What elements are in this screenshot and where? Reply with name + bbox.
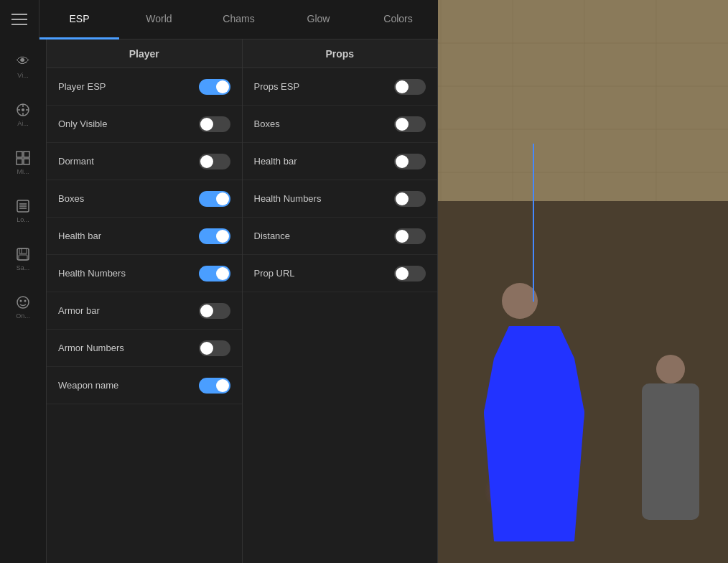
svg-rect-17 (24, 152, 29, 157)
sidebar-item-misc[interactable]: Mi... (1, 139, 45, 186)
player-health-numbers-label: Health Numbers (58, 268, 126, 279)
esp-line (533, 144, 534, 302)
weapon-name-label: Weapon name (58, 380, 118, 391)
sidebar-label-other: On... (16, 313, 30, 320)
props-health-numbers-label: Health Numbers (254, 193, 322, 204)
sidebar-label-logs: Lo... (17, 217, 29, 224)
sidebar-label-aim: Ai... (17, 121, 29, 128)
player-esp-label: Player ESP (58, 81, 106, 92)
props-health-numbers-row: Health Numbers (243, 180, 438, 218)
sidebar-item-aim[interactable]: Ai... (1, 91, 45, 138)
player-panel: Player Player ESP Only Visible (47, 39, 243, 563)
weapon-name-row: Weapon name (47, 367, 242, 404)
armor-bar-row: Armor bar (47, 292, 242, 330)
player-esp-toggle[interactable] (199, 79, 230, 95)
tab-esp[interactable]: ESP (39, 0, 119, 39)
only-visible-label: Only Visible (58, 118, 107, 129)
player-health-bar-toggle[interactable] (199, 228, 230, 244)
tab-chams[interactable]: Chams (199, 0, 279, 39)
svg-point-29 (20, 299, 22, 302)
save-icon (15, 246, 31, 262)
svg-rect-18 (17, 159, 22, 164)
dormant-toggle[interactable] (199, 154, 230, 169)
player-health-bar-label: Health bar (58, 231, 101, 241)
player-health-numbers-row: Health Numbers (47, 255, 242, 292)
enemy-head (656, 355, 685, 383)
player-silhouette (470, 312, 599, 541)
player-health-numbers-toggle[interactable] (199, 266, 230, 282)
tab-world[interactable]: World (119, 0, 199, 39)
weapon-name-knob (216, 379, 229, 392)
sidebar-label-save: Sa... (17, 265, 30, 272)
tab-bar: ESP World Chams Glow Colors (0, 0, 438, 39)
dormant-knob (200, 155, 213, 168)
only-visible-row: Only Visible (47, 106, 242, 143)
sidebar-item-logs[interactable]: Lo... (1, 187, 45, 234)
hamburger-line-1 (11, 14, 27, 15)
props-boxes-label: Boxes (254, 118, 280, 129)
weapon-name-toggle[interactable] (199, 378, 230, 394)
player-esp-knob (216, 80, 229, 93)
svg-point-28 (17, 297, 29, 308)
hamburger-line-3 (11, 24, 27, 25)
props-esp-toggle[interactable] (394, 79, 426, 95)
player-health-bar-knob (216, 230, 229, 243)
aim-icon (15, 102, 31, 118)
player-boxes-label: Boxes (58, 193, 84, 204)
armor-numbers-row: Armor Numbers (47, 330, 242, 367)
tab-colors[interactable]: Colors (358, 0, 438, 39)
main-content: 👁 Vi... Ai... (0, 39, 438, 563)
tab-glow[interactable]: Glow (279, 0, 358, 39)
player-panel-content: Player ESP Only Visible Do (47, 68, 242, 563)
props-health-bar-row: Health bar (243, 143, 438, 180)
sidebar-label-visible: Vi... (17, 73, 28, 80)
props-esp-knob (396, 80, 409, 93)
only-visible-knob (200, 118, 213, 131)
enemy-body (642, 383, 699, 520)
distance-row: Distance (243, 218, 438, 255)
hamburger-button[interactable] (0, 0, 39, 39)
player-boxes-row: Boxes (47, 180, 242, 218)
dormant-label: Dormant (58, 156, 94, 167)
props-health-numbers-toggle[interactable] (394, 191, 426, 207)
prop-url-row: Prop URL (243, 255, 438, 292)
player-boxes-knob (216, 192, 229, 205)
svg-rect-19 (24, 159, 29, 164)
armor-bar-toggle[interactable] (199, 303, 230, 319)
svg-point-30 (24, 299, 27, 302)
player-panel-header: Player (47, 39, 242, 68)
props-boxes-toggle[interactable] (394, 116, 426, 132)
only-visible-toggle[interactable] (199, 116, 230, 132)
props-boxes-knob (396, 118, 409, 131)
other-icon (15, 294, 31, 310)
panels-area: Player Player ESP Only Visible (47, 39, 438, 563)
svg-point-15 (22, 108, 24, 111)
props-panel-header: Props (243, 39, 438, 68)
armor-bar-label: Armor bar (58, 305, 100, 316)
dormant-row: Dormant (47, 143, 242, 180)
sidebar-item-visible[interactable]: 👁 Vi... (1, 43, 45, 90)
sidebar-item-save[interactable]: Sa... (1, 236, 45, 282)
props-panel: Props Props ESP Boxes (243, 39, 439, 563)
sidebar: 👁 Vi... Ai... (0, 39, 47, 563)
player-body (484, 326, 584, 541)
svg-rect-16 (17, 152, 22, 157)
props-health-bar-toggle[interactable] (394, 154, 426, 169)
prop-url-label: Prop URL (254, 268, 295, 279)
distance-label: Distance (254, 231, 291, 241)
armor-numbers-toggle[interactable] (199, 340, 230, 356)
player-health-bar-row: Health bar (47, 218, 242, 255)
svg-rect-26 (19, 255, 27, 260)
armor-numbers-label: Armor Numbers (58, 343, 124, 353)
player-esp-row: Player ESP (47, 68, 242, 106)
distance-toggle[interactable] (394, 228, 426, 244)
player-boxes-toggle[interactable] (199, 191, 230, 207)
sidebar-label-misc: Mi... (17, 169, 29, 176)
prop-url-toggle[interactable] (394, 266, 426, 282)
hamburger-line-2 (11, 19, 27, 20)
distance-knob (396, 230, 409, 243)
enemy-figure (642, 376, 699, 520)
sidebar-item-other[interactable]: On... (1, 284, 45, 330)
player-health-numbers-knob (216, 267, 229, 280)
eye-icon: 👁 (15, 54, 31, 70)
